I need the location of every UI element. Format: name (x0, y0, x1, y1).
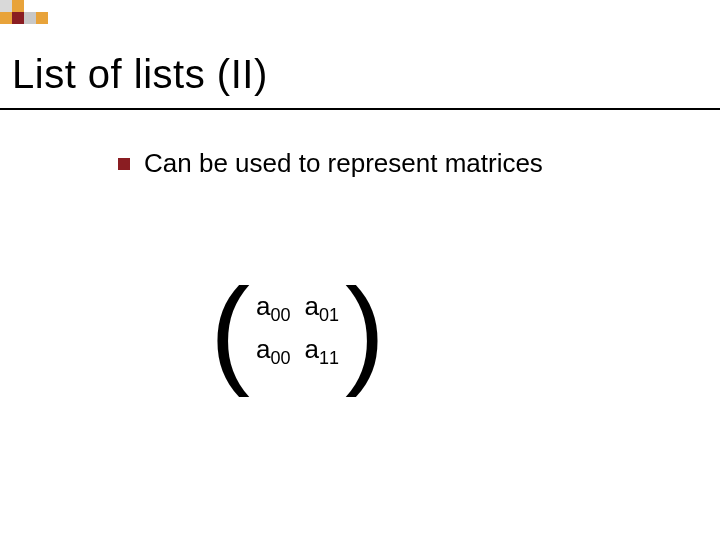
slide: List of lists (II) Can be used to repres… (0, 0, 720, 540)
matrix-grid: a00 a01 a00 a11 (256, 291, 339, 369)
corner-logo (0, 0, 48, 24)
matrix: ( a00 a01 a00 a11 ) (210, 270, 385, 390)
close-paren: ) (345, 270, 385, 390)
logo-square (0, 0, 12, 12)
bullet-icon (118, 158, 130, 170)
logo-square (36, 12, 48, 24)
logo-square (12, 12, 24, 24)
matrix-cell: a00 (256, 334, 291, 369)
logo-square (0, 12, 12, 24)
matrix-cell: a00 (256, 291, 291, 326)
matrix-cell: a11 (304, 334, 339, 369)
matrix-cell: a01 (304, 291, 339, 326)
slide-title: List of lists (II) (12, 52, 268, 97)
logo-square (12, 0, 24, 12)
bullet-text: Can be used to represent matrices (144, 148, 543, 179)
bullet-row: Can be used to represent matrices (118, 148, 543, 179)
logo-square (24, 12, 36, 24)
open-paren: ( (210, 270, 250, 390)
logo-square (36, 0, 48, 12)
logo-square (24, 0, 36, 12)
title-underline (0, 108, 720, 110)
